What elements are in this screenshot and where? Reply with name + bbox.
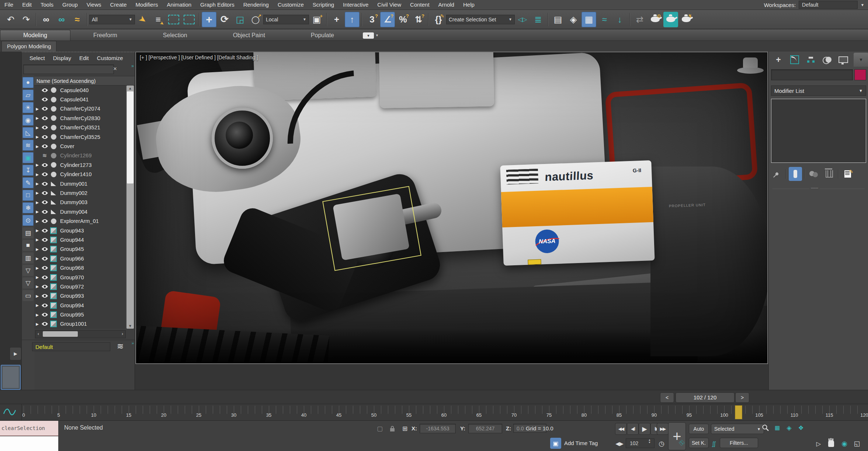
visibility-eye-icon[interactable]: [40, 266, 49, 270]
workspace-caret-icon[interactable]: ▼: [861, 3, 864, 7]
snaps-toggle-3d[interactable]: 3?: [365, 12, 379, 27]
key-filters-curves-icon[interactable]: ∬: [709, 438, 719, 449]
filter-config-icon[interactable]: ▽: [22, 265, 34, 276]
layers-icon[interactable]: ≋: [117, 342, 124, 351]
properties-view-icon[interactable]: ▤: [22, 227, 34, 238]
menu-item-interactive[interactable]: Interactive: [338, 0, 373, 10]
explorer-menu-customize[interactable]: Customize: [94, 55, 126, 61]
key-selection-dropdown[interactable]: Selected▼: [711, 424, 764, 434]
expand-arrow-icon[interactable]: ▶: [34, 228, 40, 233]
layer-overflow-chevron-icon[interactable]: »: [132, 341, 134, 345]
menu-item-customize[interactable]: Customize: [273, 0, 308, 10]
scene-explorer-row[interactable]: ▶ ≋ Cover: [34, 141, 125, 151]
menu-item-scripting[interactable]: Scripting: [308, 0, 338, 10]
keyboard-shortcut-override-toggle[interactable]: ↑: [345, 12, 360, 27]
previous-frame-playback-button[interactable]: ◀‖: [627, 423, 639, 435]
menu-item-file[interactable]: File: [0, 0, 18, 10]
visibility-eye-icon[interactable]: [40, 294, 49, 298]
play-button[interactable]: ▶: [639, 423, 650, 435]
object-name[interactable]: Group945: [58, 246, 84, 252]
scene-explorer-list[interactable]: ≋ Capsule040 ≋ Capsule041 ▶ ≋ ChamferCyl…: [34, 85, 125, 329]
zoom-extents-selected-icon[interactable]: ◈: [784, 423, 794, 433]
visibility-eye-icon[interactable]: [40, 172, 49, 176]
explorer-menu-edit[interactable]: Edit: [76, 55, 92, 61]
scene-explorer-row[interactable]: ≋ Cylinder1269: [34, 151, 125, 160]
overflow-chevron-icon[interactable]: »: [131, 63, 134, 69]
menu-item-content[interactable]: Content: [406, 0, 434, 10]
frame-counter-field[interactable]: 102 / 120: [676, 392, 735, 403]
set-key-button[interactable]: Set K.: [689, 438, 709, 448]
align-button[interactable]: ≣: [531, 12, 545, 27]
scroll-down-icon[interactable]: ▼: [126, 324, 134, 328]
object-name[interactable]: Dummy004: [58, 209, 87, 215]
visibility-eye-icon[interactable]: [40, 88, 49, 92]
scene-explorer-row[interactable]: ▶ ≋ ChamferCyl2830: [34, 113, 125, 123]
name-column-header[interactable]: Name (Sorted Ascending): [22, 76, 135, 85]
object-name[interactable]: Group943: [58, 228, 84, 234]
pin-stack-button[interactable]: [770, 167, 784, 181]
maximize-viewport-toggle[interactable]: ◱: [852, 438, 862, 449]
visibility-eye-icon[interactable]: [40, 256, 49, 261]
show-end-result-button[interactable]: [789, 167, 802, 181]
go-to-end-button[interactable]: ▶▶: [657, 423, 669, 435]
ribbon-tab-object-paint[interactable]: Object Paint: [210, 30, 288, 41]
hscrollbar-thumb[interactable]: [43, 331, 78, 337]
ribbon-panel-polygon-modeling[interactable]: Polygon Modeling: [1, 41, 56, 52]
select-and-scale-button[interactable]: ◲: [233, 12, 247, 27]
object-name[interactable]: ChamferCyl3521: [58, 125, 100, 130]
make-unique-button[interactable]: [807, 167, 820, 181]
hierarchy-tab[interactable]: [804, 53, 817, 66]
object-name[interactable]: Group966: [58, 256, 84, 262]
zoom-extents-all-icon[interactable]: ❖: [796, 423, 806, 433]
ribbon-tab-populate[interactable]: Populate: [288, 30, 357, 41]
expand-arrow-icon[interactable]: ▶: [34, 163, 40, 167]
scene-explorer-row[interactable]: ▶ ≋ Group972: [34, 282, 125, 291]
menu-item-views[interactable]: Views: [82, 0, 106, 10]
expand-arrow-icon[interactable]: ▶: [34, 247, 40, 251]
object-name[interactable]: Cover: [58, 143, 74, 149]
scene-explorer-row[interactable]: ▶ ≋ Group966: [34, 254, 125, 263]
display-containers-icon[interactable]: □: [22, 190, 34, 201]
selection-lock-region-icon[interactable]: ▢: [375, 424, 385, 433]
object-name[interactable]: Dummy003: [58, 199, 87, 205]
scene-explorer-row[interactable]: ▶ ≋ ExplorerArm_01: [34, 216, 125, 226]
scene-explorer-row[interactable]: ▶ ≋ ChamferCyl2074: [34, 104, 125, 113]
menu-item-rendering[interactable]: Rendering: [239, 0, 273, 10]
maxscript-mini-listener-output[interactable]: [0, 436, 58, 451]
select-and-manipulate-button[interactable]: +: [329, 12, 344, 27]
ribbon-options-caret-icon[interactable]: ▼: [375, 34, 379, 37]
window-crossing-toggle[interactable]: [182, 12, 197, 27]
visibility-eye-icon[interactable]: [40, 135, 49, 139]
scene-explorer-search-input[interactable]: [23, 64, 114, 74]
expand-arrow-icon[interactable]: ▶: [34, 284, 40, 289]
create-tab[interactable]: +: [772, 53, 785, 66]
object-name[interactable]: Group995: [58, 312, 84, 318]
display-bones-icon[interactable]: ↧: [22, 165, 34, 176]
curve-editor-button[interactable]: ≈: [597, 12, 612, 27]
scene-explorer-row[interactable]: ▶ ≋ Dummy004: [34, 207, 125, 216]
expand-arrow-icon[interactable]: ▶: [34, 238, 40, 242]
expand-arrow-icon[interactable]: ▶: [34, 294, 40, 298]
time-configuration-icon[interactable]: ◷: [656, 438, 667, 449]
object-name[interactable]: Dummy001: [58, 181, 87, 187]
selection-filter-dropdown[interactable]: All▼: [89, 15, 135, 24]
dock-swatch[interactable]: [1, 365, 21, 390]
perspective-viewport[interactable]: [+ ] [Perspective ] [User Defined ] [Def…: [135, 52, 768, 364]
object-color-swatch[interactable]: [854, 69, 866, 80]
object-name[interactable]: Dummy002: [58, 190, 87, 196]
object-name[interactable]: Group970: [58, 275, 84, 280]
visibility-eye-icon[interactable]: [40, 191, 49, 195]
panel-grip[interactable]: [772, 189, 865, 189]
time-slider-ruler[interactable]: 0510152025303540455055606570758085909510…: [21, 404, 868, 421]
modifier-stack[interactable]: [771, 99, 866, 163]
display-spacewarps-icon[interactable]: ≋: [22, 140, 34, 151]
toggle-layer-explorer-button[interactable]: ▤: [551, 12, 565, 27]
menu-item-civil-view[interactable]: Civil View: [373, 0, 406, 10]
edit-named-selection-sets-button[interactable]: {}✎: [431, 12, 446, 27]
scene-explorer-row[interactable]: ▶ ≋ Group1001: [34, 319, 125, 329]
expand-arrow-icon[interactable]: ▶: [34, 303, 40, 307]
object-name[interactable]: Cylinder1269: [58, 153, 91, 158]
expand-arrow-icon[interactable]: ▶: [34, 219, 40, 223]
object-name[interactable]: Group972: [58, 284, 84, 290]
visibility-eye-icon[interactable]: [40, 210, 49, 214]
